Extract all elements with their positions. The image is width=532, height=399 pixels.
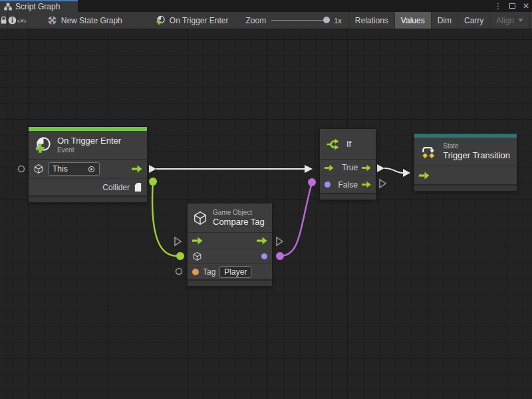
unconnected-flow-input-port[interactable] [175,237,181,245]
code-icon: ‹×› [17,17,27,25]
zoom-slider-knob[interactable] [323,17,330,23]
gameobject-cube-icon [33,164,44,174]
graph-toolbar: ‹×› New State Graph On Trigger Enter Zoo… [0,12,532,29]
node-footer [29,196,147,202]
tag-value-field[interactable]: Player [219,266,251,278]
node-title: On Trigger Enter [57,136,121,146]
toggle-values[interactable]: Values [394,12,431,29]
unconnected-value-input-port[interactable] [19,166,25,172]
flow-in-arrowhead[interactable] [305,165,313,173]
tab-title: Script Graph [15,2,60,11]
transition-flow-in-arrowhead[interactable] [403,169,410,177]
state-transition-icon [420,143,438,160]
object-picker-icon[interactable] [88,166,95,173]
event-unit-icon [34,136,52,154]
window-close-icon[interactable]: ✕ [523,0,529,12]
false-output-port[interactable] [362,181,371,188]
breadcrumb-on-trigger-enter[interactable]: On Trigger Enter [148,12,237,29]
condition-in-connection-dot[interactable] [308,178,316,186]
unconnected-flow-output-port[interactable] [277,237,283,245]
node-compare-tag[interactable]: Game Object Compare Tag [187,203,273,287]
tab-bar: Script Graph ⋮ ✕ [0,0,532,12]
zoom-slider[interactable] [271,20,329,21]
true-output-port[interactable] [362,164,371,172]
script-graph-icon [156,15,166,25]
info-icon [8,16,17,25]
node-if[interactable]: If True False [319,128,376,200]
state-graph-icon [47,15,57,25]
lock-button[interactable] [0,12,8,29]
toggle-carry[interactable]: Carry [458,12,489,29]
target-object-field[interactable]: This [48,162,100,176]
branch-icon [325,136,341,152]
node-footer [320,193,376,200]
window-menu-icon[interactable]: ⋮ [494,0,502,12]
chevron-down-icon [518,19,523,22]
zoom-value: 1x [334,17,342,25]
align-dropdown[interactable]: Align [489,12,529,29]
node-subtitle: Game Object [213,209,265,217]
flow-output-port[interactable] [257,237,267,245]
flow-input-port[interactable] [419,172,430,180]
node-title: Compare Tag [213,217,265,227]
node-subtitle: State [443,142,510,150]
tag-label: Tag [203,267,215,277]
collider-type-icon[interactable] [134,182,142,192]
bool-output-port[interactable] [261,253,267,259]
code-preview-button[interactable]: ‹×› [17,12,27,29]
true-label: True [342,163,358,172]
unconnected-tag-input-port[interactable] [176,269,182,275]
condition-input-port[interactable] [325,182,331,188]
node-title: If [346,139,351,150]
bool-out-connection-dot[interactable] [276,252,284,260]
flow-output-port[interactable] [132,165,142,173]
gameobject-cube-icon [193,211,207,225]
gameobject-input-port[interactable] [192,251,202,261]
false-label: False [338,180,358,190]
flow-input-port[interactable] [325,164,334,172]
script-graph-window: Script Graph ⋮ ✕ ‹×› [0,0,532,399]
collider-output-label: Collider [102,183,130,192]
distribute-dropdown[interactable]: Distribute [529,12,532,29]
info-button[interactable] [8,12,17,29]
toggle-relations[interactable]: Relations [348,12,394,29]
node-on-trigger-enter[interactable]: On Trigger Enter Event This [28,126,148,203]
tag-input-port[interactable] [192,269,199,275]
collider-out-connection-dot[interactable] [149,178,157,186]
window-maximize-icon[interactable] [509,3,515,9]
node-trigger-transition[interactable]: State Trigger Transition [414,133,517,192]
breadcrumb-label: New State Graph [61,16,122,25]
graph-tree-icon [4,3,12,11]
node-footer [414,184,517,191]
tab-script-graph[interactable]: Script Graph [0,0,78,12]
zoom-control: Zoom 1x [237,12,348,29]
node-subtitle: Event [57,146,121,154]
toggle-dim[interactable]: Dim [431,12,458,29]
wire-comparetag-to-if[interactable] [280,183,312,256]
node-title: Trigger Transition [443,150,510,161]
lock-icon [0,16,7,25]
gameobject-in-connection-dot[interactable] [176,252,184,260]
flow-out-port-marker[interactable] [149,165,156,173]
breadcrumb-label: On Trigger Enter [170,16,229,25]
wire-true-to-transition[interactable] [384,168,403,173]
true-out-port-marker[interactable] [377,164,384,172]
graph-canvas[interactable]: On Trigger Enter Event This [0,29,532,399]
unconnected-false-output-port[interactable] [380,180,386,188]
breadcrumb-new-state-graph[interactable]: New State Graph [39,12,130,29]
flow-input-port[interactable] [192,237,203,245]
node-footer [188,279,272,286]
zoom-label: Zoom [246,16,267,25]
wire-collider-to-comparetag[interactable] [152,182,177,256]
